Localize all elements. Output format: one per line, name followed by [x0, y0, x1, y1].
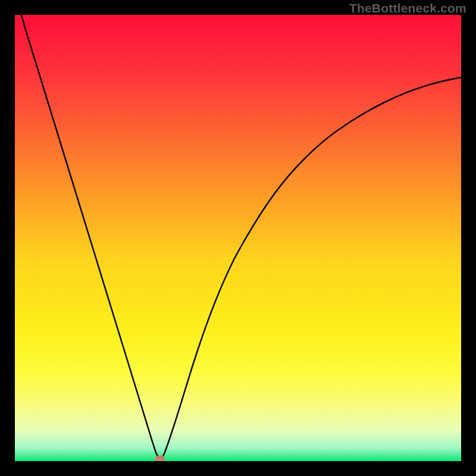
plot-area	[15, 15, 461, 461]
chart-svg	[15, 15, 461, 461]
gradient-background	[15, 15, 461, 461]
watermark-text: TheBottleneck.com	[349, 1, 466, 15]
chart-frame: TheBottleneck.com	[0, 0, 476, 476]
